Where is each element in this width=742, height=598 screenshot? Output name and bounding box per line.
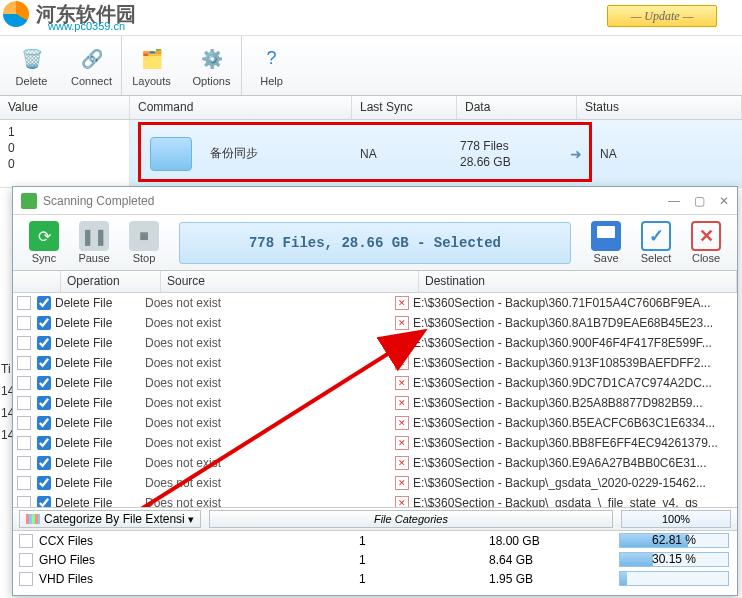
doc-icon: [17, 336, 31, 350]
category-size: 18.00 GB: [489, 534, 619, 548]
row-checkbox[interactable]: [37, 376, 51, 390]
category-size: 8.64 GB: [489, 553, 619, 567]
row-checkbox[interactable]: [37, 336, 51, 350]
delete-dest-icon: ✕: [395, 496, 409, 507]
file-row[interactable]: Delete FileDoes not exist✕E:\$360Section…: [13, 473, 737, 493]
row-checkbox[interactable]: [37, 416, 51, 430]
delete-button[interactable]: 🗑️Delete: [2, 36, 62, 95]
select-button[interactable]: ✓Select: [631, 221, 681, 264]
row-source: Does not exist: [145, 396, 395, 410]
row-checkbox[interactable]: [37, 496, 51, 507]
row-destination: E:\$360Section - Backup\360.913F108539BA…: [413, 356, 733, 370]
value-column: 1 0 0: [0, 120, 130, 187]
category-row[interactable]: GHO Files18.64 GB30.15 %: [13, 550, 737, 569]
stop-button[interactable]: ■Stop: [119, 221, 169, 264]
update-button[interactable]: — Update —: [607, 5, 717, 27]
categorize-dropdown[interactable]: Categorize By File Extensi ▾: [19, 510, 201, 528]
scan-toolbar: ⟳Sync ❚❚Pause ■Stop 778 Files, 28.66 GB …: [13, 215, 737, 271]
col-destination[interactable]: Destination: [419, 271, 737, 292]
category-row[interactable]: VHD Files11.95 GB: [13, 569, 737, 588]
row-destination: E:\$360Section - Backup\360.B25A8B8877D9…: [413, 396, 733, 410]
row-checkbox[interactable]: [37, 296, 51, 310]
row-checkbox[interactable]: [37, 436, 51, 450]
row-operation: Delete File: [55, 316, 145, 330]
row-destination: E:\$360Section - Backup\360.900F46F4F417…: [413, 336, 733, 350]
row-destination: E:\$360Section - Backup\_gsdata_\_file_s…: [413, 496, 733, 507]
file-row[interactable]: Delete FileDoes not exist✕E:\$360Section…: [13, 393, 737, 413]
row-operation: Delete File: [55, 376, 145, 390]
col-data[interactable]: Data: [457, 96, 577, 119]
doc-icon: [19, 572, 33, 586]
watermark: 河东软件园 www.pc0359.cn: [0, 0, 136, 30]
row-operation: Delete File: [55, 296, 145, 310]
delete-dest-icon: ✕: [395, 316, 409, 330]
row-source: Does not exist: [145, 456, 395, 470]
row-source: Does not exist: [145, 356, 395, 370]
file-row[interactable]: Delete FileDoes not exist✕E:\$360Section…: [13, 313, 737, 333]
file-row[interactable]: Delete FileDoes not exist✕E:\$360Section…: [13, 433, 737, 453]
row-checkbox[interactable]: [37, 356, 51, 370]
pause-button[interactable]: ❚❚Pause: [69, 221, 119, 264]
file-row[interactable]: Delete FileDoes not exist✕E:\$360Section…: [13, 493, 737, 507]
layouts-button[interactable]: 🗂️Layouts: [122, 36, 182, 95]
row-source: Does not exist: [145, 296, 395, 310]
row-source: Does not exist: [145, 336, 395, 350]
row-destination: E:\$360Section - Backup\360.9DC7D1CA7C97…: [413, 376, 733, 390]
layouts-icon: 🗂️: [138, 45, 166, 73]
main-toolbar: 🗑️Delete 🔗Connect 🗂️Layouts ⚙️Options ?H…: [0, 36, 742, 96]
file-row[interactable]: Delete FileDoes not exist✕E:\$360Section…: [13, 373, 737, 393]
row-destination: E:\$360Section - Backup\360.BB8FE6FF4EC9…: [413, 436, 733, 450]
doc-icon: [17, 416, 31, 430]
row-source: Does not exist: [145, 436, 395, 450]
app-icon: [21, 193, 37, 209]
row-source: Does not exist: [145, 476, 395, 490]
file-list-header: Operation Source Destination: [13, 271, 737, 293]
file-row[interactable]: Delete FileDoes not exist✕E:\$360Section…: [13, 333, 737, 353]
file-row[interactable]: Delete FileDoes not exist✕E:\$360Section…: [13, 353, 737, 373]
options-button[interactable]: ⚙️Options: [182, 36, 242, 95]
row-checkbox[interactable]: [37, 476, 51, 490]
sync-button[interactable]: ⟳Sync: [19, 221, 69, 264]
file-list[interactable]: Delete FileDoes not exist✕E:\$360Section…: [13, 293, 737, 507]
doc-icon: [17, 396, 31, 410]
doc-icon: [17, 456, 31, 470]
category-bar: 62.81 %: [619, 533, 729, 548]
delete-dest-icon: ✕: [395, 436, 409, 450]
connect-button[interactable]: 🔗Connect: [62, 36, 122, 95]
help-button[interactable]: ?Help: [242, 36, 302, 95]
maximize-button[interactable]: ▢: [694, 194, 705, 208]
category-row[interactable]: CCX Files118.00 GB62.81 %: [13, 531, 737, 550]
delete-dest-icon: ✕: [395, 336, 409, 350]
doc-icon: [19, 553, 33, 567]
task-last-sync: NA: [360, 147, 460, 161]
window-titlebar[interactable]: Scanning Completed — ▢ ✕: [13, 187, 737, 215]
category-bar: [619, 571, 729, 586]
category-list[interactable]: CCX Files118.00 GB62.81 %GHO Files18.64 …: [13, 531, 737, 589]
percent-100: 100%: [621, 510, 731, 528]
col-command[interactable]: Command: [130, 96, 352, 119]
col-operation[interactable]: Operation: [61, 271, 161, 292]
delete-dest-icon: ✕: [395, 296, 409, 310]
col-value[interactable]: Value: [0, 96, 130, 119]
file-categories-label[interactable]: File Categories: [209, 510, 613, 528]
col-status[interactable]: Status: [577, 96, 742, 119]
row-source: Does not exist: [145, 416, 395, 430]
row-checkbox[interactable]: [37, 316, 51, 330]
close-button[interactable]: ✕Close: [681, 221, 731, 264]
col-last-sync[interactable]: Last Sync: [352, 96, 457, 119]
arrow-right-icon: ➜: [570, 146, 600, 162]
col-source[interactable]: Source: [161, 271, 419, 292]
file-row[interactable]: Delete FileDoes not exist✕E:\$360Section…: [13, 453, 737, 473]
doc-icon: [19, 534, 33, 548]
file-row[interactable]: Delete FileDoes not exist✕E:\$360Section…: [13, 413, 737, 433]
file-row[interactable]: Delete FileDoes not exist✕E:\$360Section…: [13, 293, 737, 313]
minimize-button[interactable]: —: [668, 194, 680, 208]
task-cell[interactable]: 备份同步 NA 778 Files 28.66 GB ➜ NA: [130, 120, 742, 187]
close-icon: ✕: [691, 221, 721, 251]
stop-icon: ■: [129, 221, 159, 251]
save-button[interactable]: Save: [581, 221, 631, 264]
row-checkbox[interactable]: [37, 396, 51, 410]
close-window-button[interactable]: ✕: [719, 194, 729, 208]
task-row[interactable]: 1 0 0 备份同步 NA 778 Files 28.66 GB ➜ NA: [0, 120, 742, 188]
row-checkbox[interactable]: [37, 456, 51, 470]
